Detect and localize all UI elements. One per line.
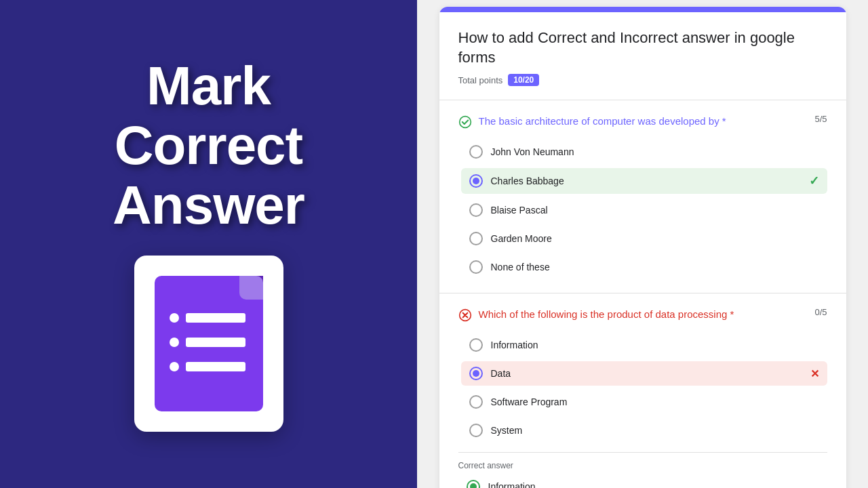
option-blaise-label: Blaise Pascal bbox=[491, 205, 819, 216]
option-information-label: Information bbox=[491, 340, 819, 350]
option-john[interactable]: John Von Neumann bbox=[461, 140, 827, 164]
correct-check-icon: ✓ bbox=[809, 174, 819, 188]
forms-line-3 bbox=[170, 362, 245, 371]
forms-dot bbox=[170, 338, 179, 347]
option-none[interactable]: None of these bbox=[461, 255, 827, 279]
correct-option: Information bbox=[458, 476, 827, 488]
option-charles[interactable]: Charles Babbage ✓ bbox=[461, 168, 827, 194]
points-badge: 10/20 bbox=[508, 74, 539, 86]
title-line2: Correct bbox=[115, 115, 303, 176]
x-circle-icon bbox=[458, 308, 472, 322]
left-panel: Mark Correct Answer bbox=[0, 0, 417, 488]
svg-point-0 bbox=[459, 117, 471, 128]
question-2-options: Information Data ✕ Software Program bbox=[461, 333, 827, 443]
correct-answer-value: Information bbox=[488, 481, 819, 488]
title-line3: Answer bbox=[113, 175, 304, 235]
radio-data bbox=[469, 367, 483, 380]
radio-software bbox=[469, 395, 483, 409]
radio-none bbox=[469, 260, 483, 274]
radio-correct-inner bbox=[470, 483, 477, 488]
option-data[interactable]: Data ✕ bbox=[461, 361, 827, 386]
option-garden-label: Garden Moore bbox=[491, 233, 819, 244]
option-software-label: Software Program bbox=[491, 396, 819, 407]
option-system[interactable]: System bbox=[461, 418, 827, 443]
option-charles-label: Charles Babbage bbox=[491, 176, 801, 186]
main-title: Mark Correct Answer bbox=[113, 56, 304, 235]
forms-dot bbox=[170, 362, 179, 371]
radio-data-inner bbox=[473, 370, 479, 377]
radio-garden bbox=[469, 232, 483, 245]
title-line1: Mark bbox=[146, 56, 271, 116]
correct-answer-section: Correct answer Information bbox=[458, 452, 827, 488]
points-label: Total points bbox=[458, 75, 503, 85]
radio-blaise bbox=[469, 203, 483, 217]
option-information[interactable]: Information bbox=[461, 333, 827, 357]
radio-charles bbox=[469, 174, 483, 188]
check-circle-icon bbox=[458, 115, 472, 129]
radio-charles-inner bbox=[473, 178, 479, 184]
question-1-section: The basic architecture of computer was d… bbox=[439, 100, 846, 293]
forms-bar bbox=[186, 338, 245, 347]
option-data-label: Data bbox=[491, 368, 802, 379]
right-panel: How to add Correct and Incorrect answer … bbox=[417, 0, 868, 488]
forms-bar bbox=[186, 313, 245, 323]
incorrect-x-icon: ✕ bbox=[810, 367, 819, 380]
option-software[interactable]: Software Program bbox=[461, 390, 827, 414]
question-2-left: Which of the following is the product of… bbox=[458, 307, 808, 322]
question-1-options: John Von Neumann Charles Babbage ✓ Blais… bbox=[461, 140, 827, 279]
correct-answer-label: Correct answer bbox=[458, 461, 827, 470]
forms-line-1 bbox=[170, 313, 245, 323]
option-garden[interactable]: Garden Moore bbox=[461, 226, 827, 251]
forms-icon bbox=[155, 276, 263, 411]
forms-lines bbox=[170, 313, 245, 371]
question-2-section: Which of the following is the product of… bbox=[439, 293, 846, 488]
question-1-score: 5/5 bbox=[814, 114, 827, 124]
option-none-label: None of these bbox=[491, 262, 819, 272]
form-title: How to add Correct and Incorrect answer … bbox=[458, 28, 827, 67]
option-system-label: System bbox=[491, 425, 819, 436]
question-1-header: The basic architecture of computer was d… bbox=[458, 114, 827, 129]
forms-line-2 bbox=[170, 338, 245, 347]
form-card: How to add Correct and Incorrect answer … bbox=[439, 7, 846, 488]
form-points-row: Total points 10/20 bbox=[458, 74, 827, 86]
forms-dot bbox=[170, 313, 179, 323]
question-2-header: Which of the following is the product of… bbox=[458, 307, 827, 322]
option-blaise[interactable]: Blaise Pascal bbox=[461, 198, 827, 222]
radio-information bbox=[469, 338, 483, 352]
forms-bar bbox=[186, 362, 245, 371]
radio-correct-answer bbox=[467, 480, 480, 488]
question-1-left: The basic architecture of computer was d… bbox=[458, 114, 808, 129]
question-1-text: The basic architecture of computer was d… bbox=[479, 114, 726, 128]
forms-icon-corner bbox=[239, 276, 263, 300]
question-2-text: Which of the following is the product of… bbox=[479, 307, 734, 321]
form-header: How to add Correct and Incorrect answer … bbox=[439, 7, 846, 100]
radio-john bbox=[469, 145, 483, 159]
option-john-label: John Von Neumann bbox=[491, 146, 819, 157]
question-2-score: 0/5 bbox=[814, 307, 827, 317]
forms-icon-wrapper bbox=[134, 256, 283, 432]
radio-system bbox=[469, 424, 483, 437]
